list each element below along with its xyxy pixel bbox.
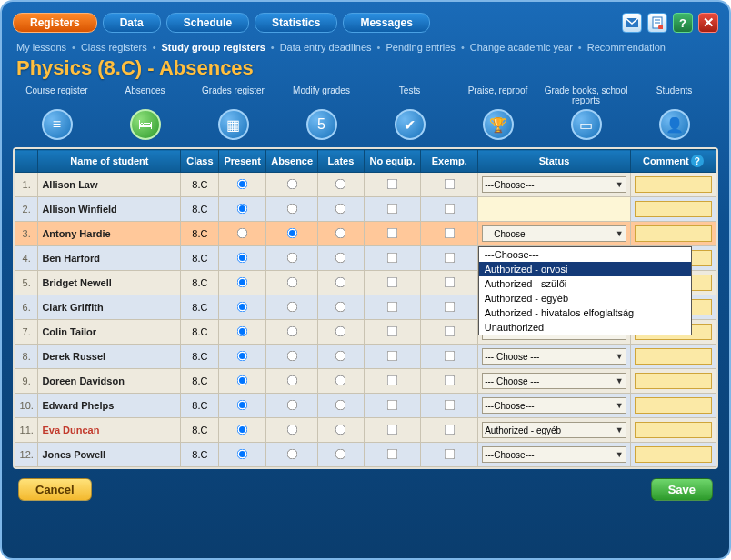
comment-input[interactable]: [635, 176, 712, 193]
exemp-checkbox[interactable]: [444, 350, 455, 361]
exemp-checkbox[interactable]: [444, 448, 455, 459]
lates-radio[interactable]: [335, 227, 346, 238]
noequip-checkbox[interactable]: [387, 424, 398, 435]
tab-statistics[interactable]: Statistics: [255, 13, 337, 33]
tool-tests[interactable]: Tests✔: [366, 85, 454, 140]
tab-schedule[interactable]: Schedule: [166, 13, 249, 33]
dropdown-option[interactable]: Authorized - szülői: [479, 276, 691, 291]
absence-radio[interactable]: [286, 276, 297, 287]
exemp-checkbox[interactable]: [444, 276, 455, 287]
status-select[interactable]: --- Choose ---▼: [482, 348, 626, 365]
breadcrumb-item[interactable]: Change academic year: [470, 42, 573, 53]
status-select[interactable]: ---Choose---▼: [482, 176, 626, 193]
save-button[interactable]: Save: [651, 478, 713, 501]
help-icon[interactable]: ?: [691, 155, 704, 167]
lates-radio[interactable]: [335, 448, 346, 459]
lates-radio[interactable]: [335, 350, 346, 361]
notes-icon[interactable]: [647, 13, 667, 33]
absence-radio[interactable]: [286, 301, 297, 312]
noequip-checkbox[interactable]: [387, 203, 398, 214]
present-radio[interactable]: [237, 252, 248, 263]
mail-icon[interactable]: [622, 13, 642, 33]
absence-radio[interactable]: [286, 350, 297, 361]
absence-radio[interactable]: [286, 424, 297, 435]
present-radio[interactable]: [237, 276, 248, 287]
dropdown-option[interactable]: Authorized - hivatalos elfoglaltság: [479, 305, 691, 320]
lates-radio[interactable]: [335, 375, 346, 385]
absence-radio[interactable]: [286, 178, 297, 189]
exemp-checkbox[interactable]: [444, 399, 455, 410]
breadcrumb-item[interactable]: Study group registers: [162, 42, 265, 53]
noequip-checkbox[interactable]: [387, 252, 398, 263]
present-radio[interactable]: [237, 375, 248, 385]
help-icon[interactable]: ?: [673, 13, 693, 33]
absence-radio[interactable]: [286, 227, 297, 238]
absence-radio[interactable]: [286, 325, 297, 336]
status-select[interactable]: ---Choose---▼: [482, 446, 626, 463]
dropdown-option[interactable]: Authorized - orvosi: [479, 262, 691, 276]
noequip-checkbox[interactable]: [387, 350, 398, 361]
close-icon[interactable]: ✕: [698, 13, 718, 33]
noequip-checkbox[interactable]: [387, 448, 398, 459]
absence-radio[interactable]: [286, 399, 297, 410]
present-radio[interactable]: [237, 325, 248, 336]
noequip-checkbox[interactable]: [387, 276, 398, 287]
tab-data[interactable]: Data: [103, 13, 161, 33]
tool-students[interactable]: Students👤: [630, 85, 718, 140]
breadcrumb-item[interactable]: Data entry deadlines: [280, 42, 372, 53]
comment-input[interactable]: [635, 397, 712, 414]
noequip-checkbox[interactable]: [387, 301, 398, 312]
status-select[interactable]: Authorized - egyéb▼: [482, 422, 626, 438]
exemp-checkbox[interactable]: [444, 375, 455, 385]
tab-messages[interactable]: Messages: [343, 13, 429, 33]
present-radio[interactable]: [237, 178, 248, 189]
lates-radio[interactable]: [335, 424, 346, 435]
status-dropdown[interactable]: ---Choose---Authorized - orvosiAuthorize…: [478, 246, 692, 335]
comment-input[interactable]: [635, 348, 712, 365]
comment-input[interactable]: [635, 422, 712, 438]
breadcrumb-item[interactable]: Recommendation: [587, 42, 666, 53]
exemp-checkbox[interactable]: [444, 227, 455, 238]
breadcrumb-item[interactable]: Class registers: [81, 42, 147, 53]
exemp-checkbox[interactable]: [444, 178, 455, 189]
lates-radio[interactable]: [335, 399, 346, 410]
lates-radio[interactable]: [335, 301, 346, 312]
noequip-checkbox[interactable]: [387, 178, 398, 189]
tab-registers[interactable]: Registers: [13, 13, 97, 33]
noequip-checkbox[interactable]: [387, 399, 398, 410]
tool-grades-register[interactable]: Grades register▦: [189, 85, 277, 140]
breadcrumb-item[interactable]: Pending entries: [386, 42, 455, 53]
tool-absences[interactable]: Absences🛏: [101, 85, 189, 140]
absence-radio[interactable]: [286, 448, 297, 459]
lates-radio[interactable]: [335, 203, 346, 214]
tool-praise-reproof[interactable]: Praise, reproof🏆: [454, 85, 542, 140]
present-radio[interactable]: [237, 399, 248, 410]
exemp-checkbox[interactable]: [444, 325, 455, 336]
tool-grade-books-school-reports[interactable]: Grade books, school reports▭: [542, 85, 630, 140]
present-radio[interactable]: [237, 227, 248, 238]
comment-input[interactable]: [635, 373, 712, 389]
lates-radio[interactable]: [335, 325, 346, 336]
tool-course-register[interactable]: Course register≡: [13, 85, 101, 140]
absence-radio[interactable]: [286, 252, 297, 263]
exemp-checkbox[interactable]: [444, 203, 455, 214]
present-radio[interactable]: [237, 203, 248, 214]
dropdown-option[interactable]: Authorized - egyéb: [479, 291, 691, 305]
lates-radio[interactable]: [335, 252, 346, 263]
comment-input[interactable]: [635, 225, 712, 242]
status-select[interactable]: ---Choose---▼: [482, 225, 626, 242]
cancel-button[interactable]: Cancel: [18, 478, 92, 501]
comment-input[interactable]: [635, 201, 712, 217]
exemp-checkbox[interactable]: [444, 252, 455, 263]
present-radio[interactable]: [237, 448, 248, 459]
noequip-checkbox[interactable]: [387, 227, 398, 238]
present-radio[interactable]: [237, 301, 248, 312]
lates-radio[interactable]: [335, 178, 346, 189]
dropdown-option[interactable]: ---Choose---: [479, 247, 691, 262]
present-radio[interactable]: [237, 424, 248, 435]
present-radio[interactable]: [237, 350, 248, 361]
noequip-checkbox[interactable]: [387, 375, 398, 385]
dropdown-option[interactable]: Unauthorized: [479, 320, 691, 335]
noequip-checkbox[interactable]: [387, 325, 398, 336]
status-select[interactable]: --- Choose ---▼: [482, 373, 626, 389]
